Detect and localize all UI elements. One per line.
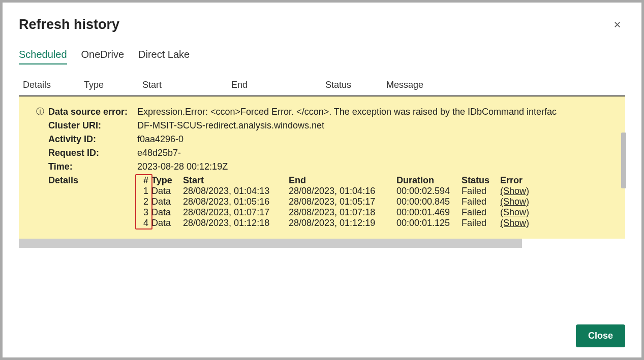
col-details: Details [23,80,84,90]
activity-id-label: Activity ID: [48,134,137,145]
details-table-header: # Type Start End Duration Status Error [137,175,529,186]
col-message: Message [386,80,621,90]
close-icon[interactable]: ✕ [609,17,625,32]
cell-num: 4 [137,218,151,228]
hdr-type: Type [151,175,183,186]
error-detail-panel: ⓘ Data source error: Expression.Error: <… [19,96,625,239]
col-status: Status [325,80,386,90]
activity-id-value: f0aa4296-0 [137,134,625,145]
cell-num: 1 [137,186,151,197]
details-table: # Type Start End Duration Status Error 1… [137,175,529,228]
show-error-link[interactable]: (Show) [500,218,529,228]
cluster-uri-label: Cluster URI: [48,120,137,131]
data-source-error-value: Expression.Error: <ccon>Forced Error. </… [137,107,625,117]
data-source-error-label: Data source error: [48,107,137,117]
cell-start: 28/08/2023, 01:12:18 [183,218,289,228]
cell-type: Data [151,186,183,197]
cell-start: 28/08/2023, 01:07:17 [183,207,289,218]
cell-num: 3 [137,207,151,218]
cell-status: Failed [462,186,500,197]
show-error-link[interactable]: (Show) [500,197,529,207]
cell-type: Data [151,207,183,218]
details-table-row: 4Data28/08/2023, 01:12:1828/08/2023, 01:… [137,218,529,228]
cell-status: Failed [462,218,500,228]
request-id-label: Request ID: [48,148,137,158]
cell-status: Failed [462,197,500,207]
col-end: End [231,80,325,90]
details-table-row: 3Data28/08/2023, 01:07:1728/08/2023, 01:… [137,207,529,218]
hdr-start: Start [183,175,289,186]
cell-start: 28/08/2023, 01:05:16 [183,197,289,207]
cell-end: 28/08/2023, 01:12:19 [289,218,396,228]
cell-end: 28/08/2023, 01:05:17 [289,197,396,207]
close-button[interactable]: Close [576,324,625,347]
cell-duration: 00:00:01.125 [396,218,462,228]
cell-duration: 00:00:00.845 [396,197,462,207]
info-icon: ⓘ [36,108,44,116]
horizontal-scrollbar[interactable] [19,239,522,248]
show-error-link[interactable]: (Show) [500,207,529,218]
hdr-end: End [289,175,396,186]
details-table-row: 2Data28/08/2023, 01:05:1628/08/2023, 01:… [137,197,529,207]
tab-scheduled[interactable]: Scheduled [19,49,67,64]
tab-onedrive[interactable]: OneDrive [81,49,124,64]
cell-duration: 00:00:01.469 [396,207,462,218]
cell-duration: 00:00:02.594 [396,186,462,197]
time-label: Time: [48,161,137,172]
history-table-header: Details Type Start End Status Message [19,80,625,96]
vertical-scrollbar[interactable] [621,133,626,188]
dialog-title: Refresh history [19,17,119,32]
request-id-value: e48d25b7- [137,148,625,158]
time-value: 2023-08-28 00:12:19Z [137,161,625,172]
show-error-link[interactable]: (Show) [500,186,529,197]
hdr-status: Status [462,175,500,186]
hdr-num: # [137,175,151,186]
cell-status: Failed [462,207,500,218]
col-type: Type [84,80,142,90]
details-label: Details [48,175,137,228]
cell-type: Data [151,197,183,207]
tab-bar: Scheduled OneDrive Direct Lake [19,49,625,64]
cell-end: 28/08/2023, 01:04:16 [289,186,396,197]
refresh-history-dialog: Refresh history ✕ Scheduled OneDrive Dir… [3,3,641,357]
hdr-error: Error [500,175,523,186]
cell-num: 2 [137,197,151,207]
cluster-uri-value: DF-MSIT-SCUS-redirect.analysis.windows.n… [137,120,625,131]
tab-direct-lake[interactable]: Direct Lake [138,49,190,64]
cell-type: Data [151,218,183,228]
cell-end: 28/08/2023, 01:07:18 [289,207,396,218]
hdr-duration: Duration [396,175,462,186]
details-table-row: 1Data28/08/2023, 01:04:1328/08/2023, 01:… [137,186,529,197]
cell-start: 28/08/2023, 01:04:13 [183,186,289,197]
col-start: Start [142,80,231,90]
